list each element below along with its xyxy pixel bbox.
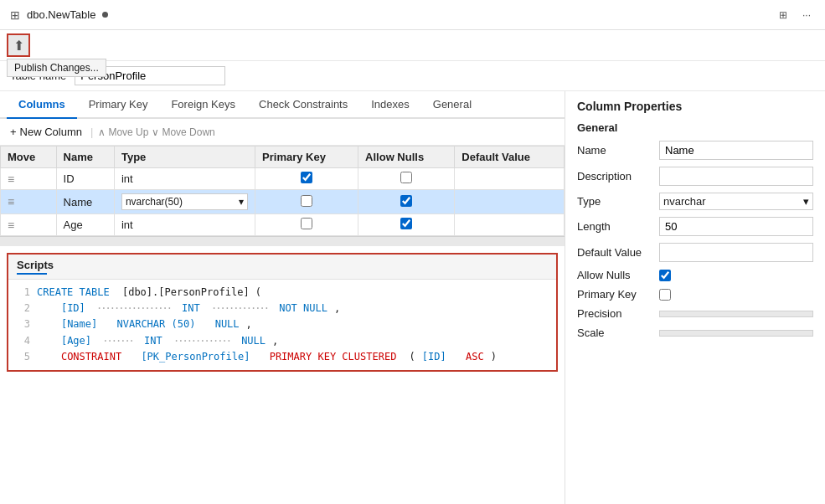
columns-table-container: Move Name Type Primary Key Allow Nulls D… xyxy=(0,146,565,246)
code-text: ( xyxy=(403,349,415,365)
publish-icon-button[interactable]: ⬆ xyxy=(7,33,30,57)
code-text xyxy=(453,349,459,365)
keyword: CREATE TABLE xyxy=(37,285,110,301)
code-text: ) xyxy=(491,349,497,365)
publish-tooltip[interactable]: Publish Changes... xyxy=(7,59,106,77)
keyword: NOT NULL xyxy=(279,301,327,316)
keyword: INT xyxy=(182,301,200,316)
code-text xyxy=(104,316,110,332)
prop-label-type: Type xyxy=(577,195,652,208)
move-down-label: Move Down xyxy=(162,126,214,138)
tab-primary-key[interactable]: Primary Key xyxy=(77,91,160,119)
code-text xyxy=(128,349,134,365)
move-down-button[interactable]: ∨ Move Down xyxy=(152,126,214,138)
dropdown-arrow-icon: ▾ xyxy=(803,195,809,208)
type-cell: int xyxy=(114,214,255,236)
type-value: int xyxy=(121,172,133,185)
name-cell[interactable]: Name xyxy=(56,190,114,214)
code-line-2: 2 [ID] ················· INT ···········… xyxy=(17,301,548,316)
primary-key-cell xyxy=(255,214,358,236)
move-handle-icon[interactable]: ≡ xyxy=(8,195,14,208)
move-handle-icon[interactable]: ≡ xyxy=(8,219,14,232)
code-text: [dbo].[PersonProfile] ( xyxy=(116,285,261,301)
chevron-down-icon: ∨ xyxy=(152,126,159,138)
dots xyxy=(37,301,54,316)
publish-btn-wrap: ⬆ Publish Changes... xyxy=(7,33,30,57)
code-bracket: [ID] xyxy=(61,301,85,316)
col-header-move: Move xyxy=(1,147,57,168)
prop-row-length: Length xyxy=(577,217,813,236)
tab-foreign-keys[interactable]: Foreign Keys xyxy=(159,91,247,119)
prop-row-allow-nulls: Allow Nulls xyxy=(577,269,813,281)
prop-input-name[interactable] xyxy=(659,141,813,160)
more-button[interactable]: ··· xyxy=(798,7,815,23)
titlebar-title: dbo.NewTable xyxy=(27,8,95,21)
prop-primary-key-checkbox[interactable] xyxy=(659,289,671,301)
tab-columns[interactable]: Columns xyxy=(7,91,77,119)
move-handle-icon[interactable]: ≡ xyxy=(8,172,14,186)
prop-row-default-value: Default Value xyxy=(577,243,813,262)
move-up-label: Move Up xyxy=(108,126,148,138)
tab-indexes[interactable]: Indexes xyxy=(359,91,421,119)
dots: ················· xyxy=(92,301,175,316)
tab-check-constraints[interactable]: Check Constraints xyxy=(247,91,359,119)
type-select[interactable]: nvarchar(50) ▾ xyxy=(121,193,248,210)
prop-allow-nulls-checkbox[interactable] xyxy=(659,270,671,281)
name-cell[interactable]: ID xyxy=(56,168,114,190)
default-value-cell[interactable] xyxy=(455,168,565,190)
primary-key-checkbox[interactable] xyxy=(301,172,312,183)
dots xyxy=(37,333,54,349)
table-row: ≡ Age int xyxy=(1,214,565,236)
code-text: , xyxy=(272,333,278,349)
layout-button[interactable]: ⊞ xyxy=(775,7,791,23)
horizontal-scrollbar[interactable] xyxy=(0,236,565,246)
code-line-3: 3 [Name] NVARCHAR (50) NULL , xyxy=(17,316,548,332)
prop-label-default-value: Default Value xyxy=(577,246,652,259)
allow-nulls-checkbox[interactable] xyxy=(400,195,412,207)
default-value-cell[interactable] xyxy=(455,214,565,236)
allow-nulls-checkbox[interactable] xyxy=(400,172,412,183)
primary-key-checkbox[interactable] xyxy=(301,218,312,229)
table-row: ≡ Name nvarchar(50) ▾ xyxy=(1,190,565,214)
prop-precision-value xyxy=(659,311,813,317)
chevron-up-icon: ∧ xyxy=(98,126,106,138)
col-header-allow-nulls: Allow Nulls xyxy=(358,147,455,168)
code-text: , xyxy=(246,316,252,332)
line-number: 2 xyxy=(17,301,30,316)
allow-nulls-cell xyxy=(358,190,455,214)
prop-input-description[interactable] xyxy=(659,167,813,186)
plus-icon: + xyxy=(10,126,17,138)
move-cell: ≡ xyxy=(1,214,57,236)
table-icon: ⊞ xyxy=(10,8,20,22)
right-panel: Column Properties General Name Descripti… xyxy=(565,91,825,504)
prop-row-scale: Scale xyxy=(577,327,813,339)
col-header-name: Name xyxy=(56,147,114,168)
keyword: NULL xyxy=(215,316,240,332)
publish-icon: ⬆ xyxy=(13,38,24,54)
allow-nulls-checkbox[interactable] xyxy=(400,218,412,229)
column-actions: + New Column | ∧ Move Up ∨ Move Down xyxy=(0,119,565,146)
name-cell[interactable]: Age xyxy=(56,214,114,236)
primary-key-checkbox[interactable] xyxy=(301,195,312,207)
prop-label-primary-key: Primary Key xyxy=(577,288,652,301)
properties-title: Column Properties xyxy=(577,100,813,113)
dots xyxy=(37,316,54,332)
prop-input-length[interactable] xyxy=(659,217,813,236)
toolbar: ⬆ Publish Changes... xyxy=(0,30,825,61)
move-up-button[interactable]: ∧ Move Up xyxy=(98,126,148,138)
prop-type-select[interactable]: nvarchar ▾ xyxy=(659,193,813,210)
allow-nulls-cell xyxy=(358,214,455,236)
prop-input-default-value[interactable] xyxy=(659,243,813,262)
keyword: ASC xyxy=(466,349,484,365)
tab-general[interactable]: General xyxy=(421,91,483,119)
add-column-button[interactable]: + New Column xyxy=(7,124,85,140)
add-column-label: New Column xyxy=(20,126,82,138)
primary-key-cell xyxy=(255,190,358,214)
keyword: INT xyxy=(144,333,162,349)
separator: | xyxy=(90,126,93,138)
prop-label-allow-nulls: Allow Nulls xyxy=(577,269,652,281)
default-value-cell[interactable] xyxy=(455,190,565,214)
dots: ······· xyxy=(98,333,137,349)
main-layout: Columns Primary Key Foreign Keys Check C… xyxy=(0,91,825,504)
table-name-row: Table name xyxy=(0,61,825,91)
